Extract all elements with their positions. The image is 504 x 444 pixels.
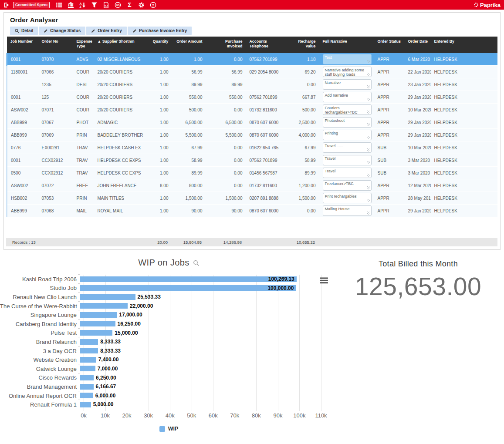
sum-sigma-icon[interactable]: Σ	[125, 0, 134, 9]
column-header-order-amount[interactable]: Order Amount	[172, 37, 206, 53]
svg-text:?: ?	[152, 3, 154, 7]
category-label: Kashi Road Trip 2006	[0, 276, 80, 283]
column-header-accounts-telephone[interactable]: Accounts Telephone	[246, 37, 285, 53]
chart-row: Renault Formula 15,000.00	[0, 400, 338, 409]
settings-gear-icon[interactable]	[136, 0, 146, 9]
wip-bar[interactable]	[80, 294, 135, 300]
chart-context-menu-icon[interactable]	[320, 277, 328, 285]
narrative-input[interactable]	[323, 168, 372, 178]
purchase-invoice-entry-button[interactable]: Purchase Invoice Entry	[128, 27, 192, 35]
table-row[interactable]: ASW00207071COUR20/20 COURIERS1.00500.000…	[7, 104, 498, 116]
table-row[interactable]: HSB00207053PRINMAIN TITLES1.001,500.001,…	[7, 192, 498, 205]
category-label: Pulse Test	[0, 330, 80, 336]
bar-track: 7,000.00	[80, 364, 318, 373]
table-row[interactable]: ABB99907069PRINBADDELEY BROTHER1.005,500…	[7, 129, 498, 141]
chart-row: Renault New Clio Launch25,533.33	[0, 293, 338, 302]
column-header-order-date[interactable]: Order Date	[405, 37, 431, 53]
narrative-input[interactable]	[323, 193, 372, 203]
total-billed-widget: Total Billed this Month 125,653.00	[335, 257, 501, 301]
toolbar-icon-group: AZ XLS GO Σ ?	[54, 0, 158, 9]
narrative-input[interactable]	[323, 92, 372, 102]
column-header-quantity[interactable]: Quantity	[149, 37, 172, 53]
wip-bar[interactable]	[80, 276, 297, 282]
column-header-job-number[interactable]: Job Number	[7, 37, 38, 53]
wip-bar[interactable]	[80, 348, 98, 353]
column-header-recharge-value[interactable]: Recharge Value	[285, 37, 319, 53]
column-header-order-status[interactable]: Order Status	[374, 37, 405, 53]
bar-track: 8,333.33	[80, 346, 318, 356]
chart-row: Singapore Lounge17,000.00	[0, 310, 338, 320]
category-label: Gatwick Lounge	[0, 366, 80, 372]
table-row[interactable]: 0001125COUR20/20 COURIERS1.00550.00550.0…	[7, 91, 498, 104]
logout-icon[interactable]	[2, 0, 11, 9]
table-row[interactable]: 0001CCX02912TRAVHELPDESK CC EXPS1.0058.9…	[7, 154, 498, 167]
chart-legend[interactable]: WIP	[0, 426, 338, 432]
table-row[interactable]: ABB99907068MAILROYAL MAIL1.0090.0090.000…	[7, 205, 498, 217]
wip-bar[interactable]	[80, 357, 96, 363]
narrative-input[interactable]	[323, 79, 372, 90]
table-row[interactable]: ABB99907067PHOTADMAGIC1.006,500.006,500.…	[7, 116, 498, 129]
filter-icon[interactable]	[89, 0, 99, 9]
table-row[interactable]: 0776EX00281TRAVHELPDESK CASH EX1.0067.99…	[7, 141, 498, 154]
table-row[interactable]: 0500CCX02912TRAVHELPDESK CC EXPS1.0089.9…	[7, 167, 498, 179]
list-icon[interactable]	[54, 0, 64, 9]
wip-bar[interactable]	[80, 339, 98, 345]
wip-bar[interactable]	[80, 393, 93, 398]
narrative-input[interactable]	[323, 155, 372, 165]
wip-bar[interactable]	[80, 321, 115, 326]
wip-bar[interactable]	[80, 402, 91, 407]
bar-value-label: 7,400.00	[98, 355, 119, 364]
category-label: The Curse of the Were-Rabbitt	[0, 303, 80, 309]
narrative-input[interactable]	[323, 54, 372, 64]
bar-value-label: 6,000.00	[95, 391, 116, 400]
table-row[interactable]: 118000107066COUR20/20 COURIERS1.0056.995…	[7, 66, 498, 78]
narrative-input[interactable]	[323, 117, 372, 128]
total-value: 10,655.22	[284, 238, 318, 246]
legend-swatch	[159, 426, 165, 432]
table-row[interactable]: 000107070ADVS02 MISCELLANEOUS1.001.000.0…	[7, 53, 498, 66]
chart-row: Gatwick Lounge7,000.00	[0, 364, 338, 373]
change-status-button[interactable]: Change Status	[39, 27, 85, 35]
wip-bar[interactable]	[80, 375, 94, 380]
bank-icon[interactable]	[66, 0, 75, 9]
column-header-purchase-invoiced[interactable]: Purchase Invoiced	[206, 37, 246, 53]
kpi-value: 125,653.00	[335, 272, 501, 301]
bar-value-label: 100,000.00	[267, 284, 294, 293]
table-row[interactable]: ASW00207072FREEJOHN FREELANCE8.00800.000…	[7, 179, 498, 192]
x-tick-label: 30k	[144, 412, 153, 419]
column-header-full-narrative[interactable]: Full Narrative	[319, 37, 374, 53]
column-header-supplier-shortnm[interactable]: ▲ Supplier Shortnm	[94, 37, 149, 53]
narrative-input[interactable]	[323, 67, 372, 77]
button-label: Change Status	[50, 28, 81, 33]
paprika-logo-icon	[474, 2, 479, 7]
sort-az-icon[interactable]: AZ	[78, 0, 87, 9]
bar-track: 15,000.00	[80, 329, 318, 338]
detail-button[interactable]: Detail	[10, 27, 38, 35]
wip-bar[interactable]	[80, 330, 112, 336]
chart-zoom-icon[interactable]	[193, 260, 200, 266]
svg-text:Σ: Σ	[128, 2, 131, 8]
x-tick-label: 50k	[187, 412, 196, 419]
bar-value-label: 100,269.13	[268, 275, 294, 284]
column-header-entered-by[interactable]: Entered By	[431, 37, 461, 53]
wip-bar[interactable]	[80, 384, 94, 390]
column-header-expense-type[interactable]: Expense Type	[73, 37, 94, 53]
report-title-input[interactable]	[13, 2, 50, 8]
go-icon[interactable]: GO	[113, 0, 122, 9]
narrative-input[interactable]	[323, 104, 372, 115]
table-row[interactable]: 1235DESI20/20 COURIERS1.0089.9989.990.00…	[7, 78, 498, 91]
wip-bar[interactable]	[80, 285, 296, 291]
narrative-input[interactable]	[323, 180, 372, 191]
narrative-input[interactable]	[323, 130, 372, 140]
wip-bar[interactable]	[80, 366, 95, 371]
column-header-order-no[interactable]: Order No	[38, 37, 73, 53]
wip-bar[interactable]	[80, 312, 117, 318]
export-xls-icon[interactable]: XLS	[101, 0, 111, 9]
help-icon[interactable]: ?	[148, 0, 158, 9]
order-entry-button[interactable]: Order Entry	[86, 27, 127, 35]
wip-bar[interactable]	[80, 303, 128, 309]
button-label: Purchase Invoice Entry	[139, 28, 187, 33]
bar-track: 8,333.33	[80, 337, 318, 346]
narrative-input[interactable]	[323, 205, 372, 216]
narrative-input[interactable]	[323, 142, 372, 153]
